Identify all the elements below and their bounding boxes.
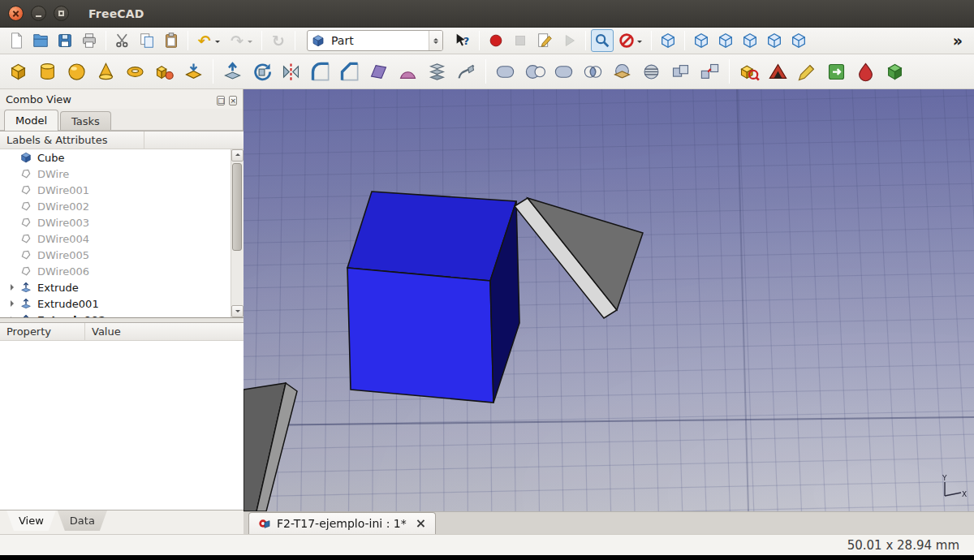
save-document-button[interactable] <box>54 29 76 52</box>
scroll-up-icon[interactable] <box>231 149 244 162</box>
document-tab-close-icon[interactable]: × <box>416 517 426 530</box>
sweep-button[interactable] <box>453 58 480 85</box>
mirror-button[interactable] <box>278 58 304 85</box>
print-button[interactable] <box>78 29 101 52</box>
defeaturing-button[interactable] <box>765 58 791 85</box>
scroll-down-icon[interactable] <box>231 305 244 317</box>
view-rear-icon <box>765 32 783 50</box>
cut-button[interactable] <box>111 29 134 52</box>
macro-record-button[interactable] <box>485 29 507 52</box>
tree-item-dwire[interactable]: DWire <box>0 166 231 182</box>
create-primitives-button[interactable] <box>151 58 178 85</box>
undo-button[interactable]: ↶ <box>193 29 224 52</box>
explode-compound-button[interactable] <box>696 58 723 85</box>
tree-item-label: DWire004 <box>37 233 89 245</box>
axis-cross: Y X <box>935 474 968 503</box>
open-document-button[interactable] <box>29 29 52 52</box>
compound-button[interactable] <box>667 58 694 85</box>
maximize-button[interactable] <box>54 6 69 21</box>
color-per-face-button[interactable] <box>852 58 879 85</box>
scrollbar-thumb[interactable] <box>232 163 242 251</box>
view-left-button[interactable] <box>787 29 810 52</box>
migrate-sketch-button[interactable] <box>823 58 850 85</box>
print-icon <box>80 32 98 50</box>
toolbar-separator <box>585 31 586 50</box>
shape-builder-button[interactable] <box>180 58 207 85</box>
chamfer-button[interactable] <box>336 58 363 85</box>
boolean-button[interactable] <box>492 58 519 85</box>
combo-view-header-buttons: □× <box>213 93 237 106</box>
toolbar-overflow-button[interactable]: » <box>946 29 969 52</box>
ruled-surface-button[interactable] <box>394 58 421 85</box>
new-document-button[interactable] <box>5 29 28 52</box>
tree-item-cube[interactable]: Cube <box>0 149 231 166</box>
boolean-union-button[interactable] <box>550 58 577 85</box>
view-right-button[interactable] <box>739 29 761 52</box>
3d-viewport[interactable]: Y X <box>244 89 974 511</box>
view-right-icon <box>741 32 759 50</box>
workbench-selector[interactable]: Part <box>307 30 443 51</box>
tree-item-dwire005[interactable]: DWire005 <box>0 247 231 263</box>
compound-icon <box>670 61 692 83</box>
fit-all-button[interactable] <box>591 29 614 52</box>
macro-execute-button[interactable] <box>558 29 580 52</box>
document-tab[interactable]: F2-T17-ejemplo-ini : 1* × <box>248 512 436 534</box>
loft-button[interactable] <box>424 58 450 85</box>
tab-model[interactable]: Model <box>4 110 58 131</box>
refresh-button[interactable]: ↻ <box>267 29 290 52</box>
cylinder-button[interactable] <box>34 58 61 85</box>
tree-scrollbar[interactable] <box>231 149 244 317</box>
convert-to-solid-button[interactable] <box>881 58 908 85</box>
copy-button[interactable] <box>136 29 158 52</box>
tab-view[interactable]: View <box>6 510 56 531</box>
tree-item-dwire002[interactable]: DWire002 <box>0 198 231 214</box>
make-face-button[interactable] <box>365 58 392 85</box>
redo-button[interactable]: ↷ <box>226 29 256 52</box>
torus-button[interactable] <box>122 58 149 85</box>
expand-arrow-icon[interactable] <box>8 282 18 292</box>
undo-dropdown-arrow[interactable] <box>213 30 222 51</box>
document-tab-bar: F2-T17-ejemplo-ini : 1* × <box>244 511 974 534</box>
tree-item-extrude001[interactable]: Extrude001 <box>0 295 231 312</box>
check-geometry-button[interactable] <box>735 58 762 85</box>
extrude-button[interactable] <box>219 58 246 85</box>
whats-this-button[interactable]: ? <box>451 29 474 52</box>
tree-item-dwire004[interactable]: DWire004 <box>0 230 231 247</box>
view-rear-button[interactable] <box>763 29 786 52</box>
box-button[interactable] <box>5 58 32 85</box>
tree-item-extrude[interactable]: Extrude <box>0 279 231 295</box>
tree-item-dwire006[interactable]: DWire006 <box>0 263 231 279</box>
cross-sections-button[interactable] <box>638 58 665 85</box>
fillet-button[interactable] <box>307 58 334 85</box>
close-button[interactable] <box>8 6 24 21</box>
edit-sketch-button[interactable] <box>794 58 821 85</box>
tree-item-dwire003[interactable]: DWire003 <box>0 214 231 230</box>
tree-item-extrude002[interactable]: Extrude002 <box>0 312 231 317</box>
macro-edit-button[interactable] <box>533 29 556 52</box>
view-front-button[interactable] <box>690 29 713 52</box>
sphere-button[interactable] <box>63 58 90 85</box>
redo-dropdown-arrow[interactable] <box>246 30 254 51</box>
view-top-button[interactable] <box>714 29 737 52</box>
panel-float-button[interactable]: □ <box>217 96 226 106</box>
draw-style-button[interactable] <box>615 29 646 52</box>
tab-tasks[interactable]: Tasks <box>60 111 111 130</box>
macro-stop-button[interactable] <box>509 29 532 52</box>
section-button[interactable] <box>609 58 636 85</box>
revolve-button[interactable] <box>248 58 275 85</box>
property-editor-body[interactable] <box>0 341 244 510</box>
expand-arrow-icon[interactable] <box>8 299 18 308</box>
workbench-selector-arrows[interactable] <box>429 31 442 50</box>
panel-close-button[interactable]: × <box>229 96 237 106</box>
wire-icon <box>19 167 32 180</box>
expand-arrow-icon[interactable] <box>8 315 18 317</box>
draw-style-dropdown-arrow[interactable] <box>636 30 644 51</box>
boolean-common-button[interactable] <box>580 58 606 85</box>
tab-data[interactable]: Data <box>58 510 107 531</box>
boolean-cut-button[interactable] <box>521 58 548 85</box>
cone-button[interactable] <box>93 58 119 85</box>
paste-button[interactable] <box>160 29 183 52</box>
minimize-button[interactable] <box>31 6 46 21</box>
tree-item-dwire001[interactable]: DWire001 <box>0 182 231 198</box>
view-isometric-button[interactable] <box>657 29 679 52</box>
